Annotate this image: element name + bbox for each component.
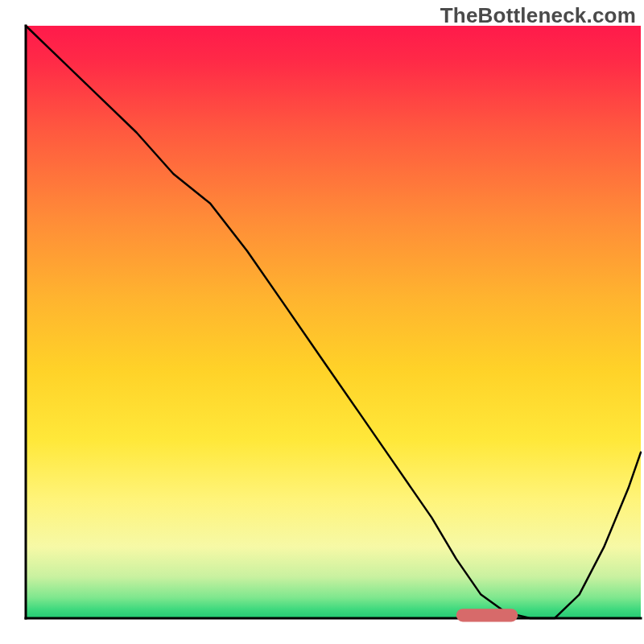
bottleneck-chart <box>0 0 644 644</box>
chart-container: TheBottleneck.com <box>0 0 644 644</box>
optimal-zone-marker <box>456 609 518 621</box>
watermark-label: TheBottleneck.com <box>440 3 636 28</box>
